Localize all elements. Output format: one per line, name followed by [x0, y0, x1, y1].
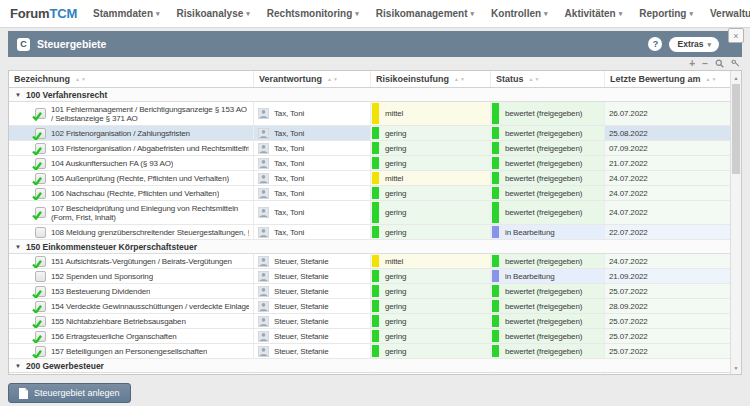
nav-item-risikoanalyse[interactable]: Risikoanalyse▾ [177, 8, 250, 19]
person-icon [258, 128, 269, 139]
table-row[interactable]: 107 Bescheidprüfung und Einlegung von Re… [9, 201, 730, 225]
table-row[interactable]: 154 Verdeckte Gewinnausschüttungen / ver… [9, 299, 730, 314]
table-row[interactable] [9, 373, 730, 375]
nav-item-label: Aktivitäten [565, 8, 616, 19]
owner-name: Tax, Toni [274, 109, 304, 118]
risk-label: gering [385, 208, 406, 217]
status-label: bewertet (freigegeben) [505, 347, 582, 356]
table-row[interactable]: 157 Beteiligungen an Personengesellschaf… [9, 344, 730, 359]
risk-bar [372, 226, 379, 238]
table-row[interactable]: 151 Aufsichtsrats-Vergütungen / Beirats-… [9, 254, 730, 269]
status-bar [492, 315, 499, 327]
nav-item-kontrollen[interactable]: Kontrollen▾ [491, 8, 548, 19]
owner-name: Tax, Toni [274, 129, 304, 138]
status-cell: bewertet (freigegeben) [491, 171, 605, 185]
name-cell: 101 Fehlermanagement / Berichtigungsanze… [9, 102, 254, 125]
scrollbar[interactable]: ▲ ▼ [730, 71, 741, 374]
table-row[interactable]: 102 Fristenorganisation / Zahlungsfriste… [9, 126, 730, 141]
table-row[interactable]: 104 Auskunftersuchen FA (§ 93 AO)Tax, To… [9, 156, 730, 171]
column-header-risikoeinstufung[interactable]: Risikoeinstufung▲▼ [371, 71, 491, 87]
table-row[interactable]: 152 Spenden und SponsoringSteuer, Stefan… [9, 269, 730, 284]
add-icon[interactable]: + [689, 59, 695, 69]
help-button[interactable]: ? [648, 37, 662, 51]
owner-cell: Tax, Toni [254, 102, 371, 125]
risk-label: gering [385, 159, 406, 168]
owner-cell: Steuer, Stefanie [254, 254, 371, 268]
table-row[interactable]: 155 Nichtabziehbare BetriebsausgabenSteu… [9, 314, 730, 329]
extras-button[interactable]: Extras ▾ [669, 37, 719, 52]
search-icon[interactable] [715, 59, 724, 68]
person-icon [258, 227, 269, 238]
panel-icon: C [17, 38, 30, 51]
nav-item-rechtsmonitoring[interactable]: Rechtsmonitoring▾ [267, 8, 359, 19]
status-cell: bewertet (freigegeben) [491, 254, 605, 268]
remove-icon[interactable]: − [702, 59, 708, 69]
group-label: 150 Einkommensteuer Körperschaftsteuer [26, 242, 197, 252]
table-row[interactable]: 106 Nachschau (Rechte, Pflichten und Ver… [9, 186, 730, 201]
table-row[interactable]: 108 Meldung grenzüberschreitender Steuer… [9, 225, 730, 240]
group-label: 100 Verfahrensrecht [26, 90, 107, 100]
scroll-thumb[interactable] [732, 84, 740, 174]
column-header-status[interactable]: Status▲▼ [491, 71, 605, 87]
group-row-150-einkommensteuer-k-rperschaftsteuer[interactable]: ▼150 Einkommensteuer Körperschaftsteuer [9, 240, 730, 254]
date-cell: 24.07.2022 [605, 201, 730, 224]
brand-logo[interactable]: ForumTCM [10, 6, 77, 21]
table-row[interactable]: 156 Ertragsteuerliche OrganschaftenSteue… [9, 329, 730, 344]
nav-item-label: Reporting [639, 8, 686, 19]
risk-cell: gering [371, 284, 491, 298]
close-icon: × [733, 31, 738, 41]
nav-item-verwaltung[interactable]: Verwaltung▾ [710, 8, 750, 19]
scroll-down-icon[interactable]: ▼ [731, 362, 741, 373]
status-cell: bewertet (freigegeben) [491, 126, 605, 140]
close-button[interactable]: × [728, 28, 744, 43]
date-cell: 21.09.2022 [605, 269, 730, 283]
status-label: bewertet (freigegeben) [505, 287, 582, 296]
status-cell: bewertet (freigegeben) [491, 156, 605, 170]
status-label: bewertet (freigegeben) [505, 144, 582, 153]
owner-name: Steuer, Stefanie [274, 347, 329, 356]
create-steuergebiet-button[interactable]: Steuergebiet anlegen [8, 383, 131, 403]
row-label: 108 Meldung grenzüberschreitender Steuer… [51, 228, 249, 237]
brand-secondary: TCM [49, 6, 77, 21]
table-row[interactable]: 103 Fristenorganisation / Abgabefristen … [9, 141, 730, 156]
tax-areas-table: Bezeichnung▲▼Verantwortung▲▼Risikoeinstu… [8, 70, 742, 375]
column-header-letzte-bewertung-am[interactable]: Letzte Bewertung am▲▼ [605, 71, 730, 87]
risk-label: gering [385, 302, 406, 311]
status-cell: bewertet (freigegeben) [491, 186, 605, 200]
risk-bar [372, 315, 379, 327]
column-header-bezeichnung[interactable]: Bezeichnung▲▼ [9, 71, 254, 87]
name-cell: 102 Fristenorganisation / Zahlungsfriste… [9, 126, 254, 140]
person-icon [258, 173, 269, 184]
group-row-100-verfahrensrecht[interactable]: ▼100 Verfahrensrecht [9, 88, 730, 102]
group-row-200-gewerbesteuer[interactable]: ▼200 Gewerbesteuer [9, 359, 730, 373]
settings-wrench-icon[interactable] [731, 59, 740, 68]
document-icon [35, 143, 46, 154]
risk-bar [372, 345, 379, 357]
risk-cell: gering [371, 201, 491, 224]
top-nav: ForumTCM Stammdaten▾Risikoanalyse▾Rechts… [0, 0, 750, 28]
risk-label: gering [385, 317, 406, 326]
column-header-verantwortung[interactable]: Verantwortung▲▼ [254, 71, 371, 87]
name-cell [9, 373, 254, 375]
table-row[interactable]: 105 Außenprüfung (Rechte, Pflichten und … [9, 171, 730, 186]
risk-cell: gering [371, 269, 491, 283]
nav-item-risikomanagement[interactable]: Risikomanagement▾ [376, 8, 474, 19]
nav-item-reporting[interactable]: Reporting▾ [639, 8, 693, 19]
owner-name: Steuer, Stefanie [274, 332, 329, 341]
status-cell: in Bearbeitung [491, 225, 605, 239]
table-row[interactable]: 101 Fehlermanagement / Berichtigungsanze… [9, 102, 730, 126]
status-bar [492, 187, 499, 199]
nav-item-aktivit-ten[interactable]: Aktivitäten▾ [565, 8, 623, 19]
date-cell: 22.07.2022 [605, 225, 730, 239]
status-label: bewertet (freigegeben) [505, 129, 582, 138]
person-icon [258, 301, 269, 312]
status-label: in Bearbeitung [505, 272, 555, 281]
risk-bar [372, 172, 379, 184]
table-row[interactable]: 153 Besteuerung DividendenSteuer, Stefan… [9, 284, 730, 299]
scroll-up-icon[interactable]: ▲ [731, 72, 741, 83]
group-collapse-icon: ▼ [15, 363, 21, 369]
nav-item-label: Kontrollen [491, 8, 541, 19]
nav-item-stammdaten[interactable]: Stammdaten▾ [93, 8, 160, 19]
owner-name: Tax, Toni [274, 144, 304, 153]
owner-name: Tax, Toni [274, 159, 304, 168]
